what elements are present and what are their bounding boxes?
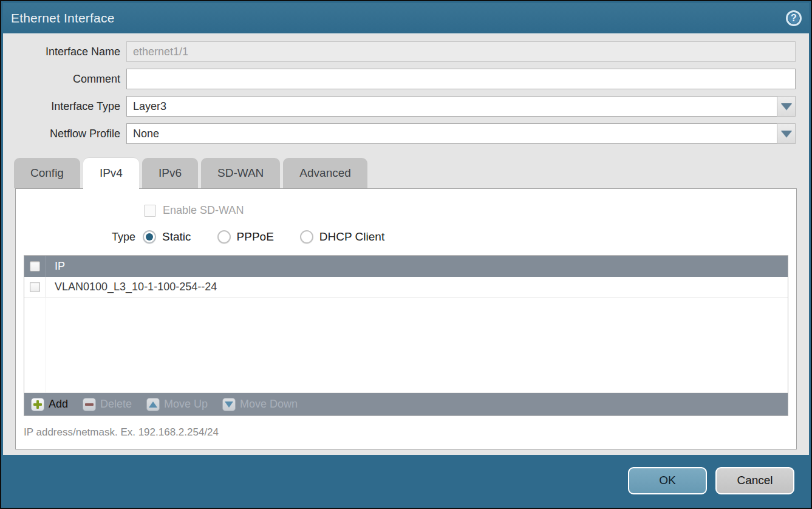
move-down-button-label: Move Down [240,398,298,411]
chevron-down-icon [781,103,792,110]
ipv4-tab-panel: Enable SD-WAN Type Static PPPoE DHCP Cli… [15,188,797,449]
tab-ipv4[interactable]: IPv4 [83,158,139,190]
radio-pppoe-label: PPPoE [237,230,274,244]
dialog-titlebar: Ethernet Interface ? [3,3,809,33]
arrow-up-icon [146,398,160,411]
interface-name-input [126,41,796,62]
netflow-profile-dropdown-button[interactable] [777,123,796,144]
table-toolbar: Add Delete Move Up Move Down [24,393,788,415]
move-down-button[interactable]: Move Down [222,398,298,411]
tab-strip: Config IPv4 IPv6 SD-WAN Advanced [14,158,809,188]
tab-ipv6[interactable]: IPv6 [142,158,198,188]
radio-static-label: Static [162,230,191,244]
minus-icon [83,398,96,411]
plus-icon [31,398,44,411]
arrow-down-icon [222,398,236,411]
ip-table-header: IP [24,256,788,277]
interface-type-input[interactable] [126,96,777,117]
help-icon[interactable]: ? [786,10,802,26]
ethernet-interface-dialog: Ethernet Interface ? Interface Name Comm… [0,0,812,509]
interface-type-label: Interface Type [3,100,126,113]
select-all-checkbox[interactable] [30,261,40,272]
table-empty-space [24,298,788,393]
comment-label: Comment [3,73,126,86]
radio-dhcp-client-label: DHCP Client [319,230,384,244]
address-type-label: Type [112,231,135,244]
add-button[interactable]: Add [31,398,68,411]
radio-pppoe[interactable]: PPPoE [217,230,274,244]
cancel-button[interactable]: Cancel [715,467,794,494]
radio-dhcp-client[interactable]: DHCP Client [300,230,384,244]
ip-table: IP VLAN0100_L3_10-1-100-254--24 [24,255,788,416]
radio-static-control[interactable] [143,230,156,244]
tab-config[interactable]: Config [14,158,80,188]
ok-button[interactable]: OK [628,467,707,494]
ip-table-body: VLAN0100_L3_10-1-100-254--24 [24,277,788,393]
interface-name-label: Interface Name [3,46,126,58]
enable-sdwan-label: Enable SD-WAN [163,204,244,217]
table-row[interactable]: VLAN0100_L3_10-1-100-254--24 [24,277,788,298]
netflow-profile-input[interactable] [126,123,777,144]
interface-name-row: Interface Name [3,41,796,62]
address-type-row: Type Static PPPoE DHCP Client [112,230,796,244]
move-up-button[interactable]: Move Up [146,398,208,411]
enable-sdwan-checkbox [144,205,156,217]
delete-button[interactable]: Delete [83,398,132,411]
tab-advanced[interactable]: Advanced [283,158,367,188]
ip-cell-value[interactable]: VLAN0100_L3_10-1-100-254--24 [46,281,217,293]
add-button-label: Add [49,398,68,411]
interface-type-dropdown-button[interactable] [777,96,796,117]
tab-sdwan[interactable]: SD-WAN [201,158,280,188]
comment-row: Comment [3,69,796,89]
row-checkbox[interactable] [30,282,40,292]
comment-input[interactable] [126,69,796,89]
interface-type-row: Interface Type [3,96,796,117]
radio-dhcp-client-control[interactable] [300,230,313,244]
dialog-title: Ethernet Interface [11,11,115,26]
radio-pppoe-control[interactable] [217,230,231,244]
netflow-profile-row: Netflow Profile [3,123,796,144]
dialog-footer: OK Cancel [3,455,809,506]
delete-button-label: Delete [100,398,132,411]
netflow-profile-label: Netflow Profile [3,128,126,140]
ip-format-hint: IP address/netmask. Ex. 192.168.2.254/24 [24,426,796,439]
ip-column-header[interactable]: IP [46,260,65,273]
radio-static[interactable]: Static [143,230,191,244]
enable-sdwan-row: Enable SD-WAN [144,204,796,217]
move-up-button-label: Move Up [164,398,208,411]
chevron-down-icon [781,131,792,137]
dialog-body: Interface Name Comment Interface Type Ne… [3,33,809,455]
